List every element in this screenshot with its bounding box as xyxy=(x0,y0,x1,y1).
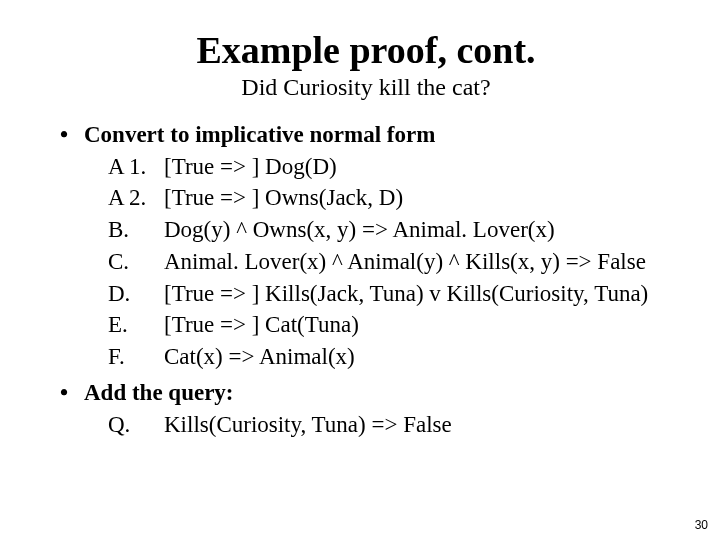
list-item: A 1. [True => ] Dog(D) xyxy=(108,151,672,183)
item-text: [True => ] Cat(Tuna) xyxy=(164,309,359,341)
slide: Example proof, cont. Did Curiosity kill … xyxy=(0,0,720,540)
item-label: E. xyxy=(108,309,164,341)
list-item: D. [True => ] Kills(Jack, Tuna) v Kills(… xyxy=(108,278,672,310)
item-text: Dog(y) ^ Owns(x, y) => Animal. Lover(x) xyxy=(164,214,555,246)
list-item: F. Cat(x) => Animal(x) xyxy=(108,341,672,373)
item-label: A 1. xyxy=(108,151,164,183)
page-number: 30 xyxy=(695,518,708,532)
slide-body: • Convert to implicative normal form A 1… xyxy=(60,119,672,440)
slide-subtitle: Did Curiosity kill the cat? xyxy=(60,74,672,101)
item-text: Cat(x) => Animal(x) xyxy=(164,341,355,373)
list-item: A 2. [True => ] Owns(Jack, D) xyxy=(108,182,672,214)
item-label: A 2. xyxy=(108,182,164,214)
item-text: Animal. Lover(x) ^ Animal(y) ^ Kills(x, … xyxy=(164,246,646,278)
bullet-query: • Add the query: xyxy=(60,377,672,409)
item-label: Q. xyxy=(108,409,164,441)
item-label: F. xyxy=(108,341,164,373)
item-text: [True => ] Owns(Jack, D) xyxy=(164,182,403,214)
item-text: Kills(Curiosity, Tuna) => False xyxy=(164,409,452,441)
list-item: C. Animal. Lover(x) ^ Animal(y) ^ Kills(… xyxy=(108,246,672,278)
item-label: D. xyxy=(108,278,164,310)
list-item: E. [True => ] Cat(Tuna) xyxy=(108,309,672,341)
bullet-dot: • xyxy=(60,377,84,409)
item-label: C. xyxy=(108,246,164,278)
bullet-text: Convert to implicative normal form xyxy=(84,119,435,151)
slide-title: Example proof, cont. xyxy=(60,28,672,72)
bullet-text: Add the query: xyxy=(84,377,234,409)
item-text: [True => ] Kills(Jack, Tuna) v Kills(Cur… xyxy=(164,278,648,310)
list-item: B. Dog(y) ^ Owns(x, y) => Animal. Lover(… xyxy=(108,214,672,246)
item-text: [True => ] Dog(D) xyxy=(164,151,337,183)
bullet-convert: • Convert to implicative normal form xyxy=(60,119,672,151)
item-label: B. xyxy=(108,214,164,246)
bullet-dot: • xyxy=(60,119,84,151)
list-item: Q. Kills(Curiosity, Tuna) => False xyxy=(108,409,672,441)
